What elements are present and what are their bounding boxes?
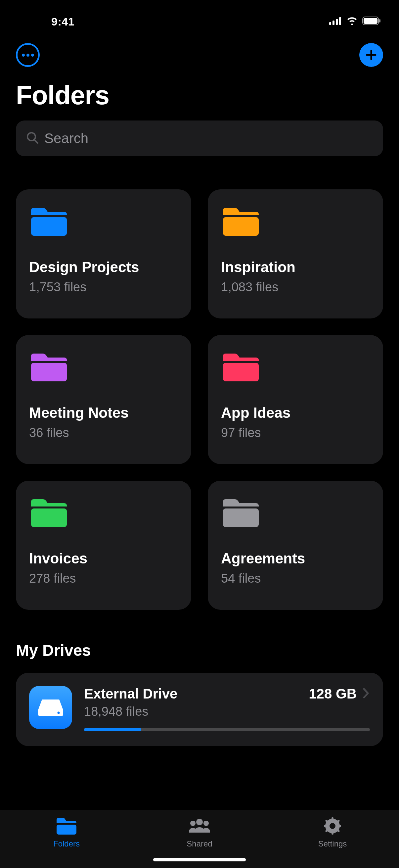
folder-name: Meeting Notes	[29, 405, 178, 421]
folder-count: 1,083 files	[221, 280, 370, 294]
tab-label: Folders	[53, 839, 80, 848]
more-button[interactable]	[16, 43, 40, 67]
svg-rect-6	[379, 19, 380, 23]
drive-name: External Drive	[84, 686, 177, 702]
search-placeholder: Search	[44, 130, 88, 146]
header-actions	[0, 33, 399, 67]
drive-files-count: 18,948 files	[84, 705, 370, 719]
tab-bar: Folders Shared Settings	[0, 810, 399, 868]
svg-rect-15	[57, 825, 76, 835]
drives-section-title: My Drives	[0, 610, 399, 673]
drive-info: External Drive 128 GB 18,948 files	[84, 686, 370, 731]
folder-count: 278 files	[29, 571, 178, 586]
battery-icon	[362, 17, 381, 27]
tab-folders[interactable]: Folders	[27, 817, 106, 848]
svg-point-14	[58, 712, 60, 714]
drive-badge	[29, 686, 72, 729]
folder-card[interactable]: Inspiration 1,083 files	[208, 189, 383, 318]
status-icons	[329, 17, 381, 27]
status-time: 9:41	[51, 15, 74, 28]
folder-icon	[29, 206, 69, 237]
svg-rect-5	[364, 18, 377, 24]
drive-usage-fill	[84, 728, 141, 731]
drive-card[interactable]: External Drive 128 GB 18,948 files	[16, 673, 383, 746]
tab-label: Settings	[318, 839, 347, 848]
svg-rect-11	[223, 363, 259, 381]
search-icon	[26, 131, 39, 146]
svg-rect-12	[31, 508, 67, 527]
svg-rect-3	[339, 17, 341, 25]
folder-name: Invoices	[29, 550, 178, 567]
cellular-icon	[329, 17, 342, 26]
folder-card[interactable]: Invoices 278 files	[16, 481, 191, 610]
folder-name: Design Projects	[29, 259, 178, 275]
drive-capacity: 128 GB	[309, 686, 357, 702]
svg-rect-21	[332, 817, 333, 821]
folder-icon	[221, 206, 261, 237]
folder-card[interactable]: Meeting Notes 36 files	[16, 335, 191, 464]
svg-point-18	[203, 821, 209, 826]
svg-rect-10	[31, 363, 67, 381]
folder-name: Agreements	[221, 550, 370, 567]
folder-icon	[221, 497, 261, 529]
tab-label: Shared	[187, 839, 212, 848]
folder-grid: Design Projects 1,753 files Inspiration …	[0, 156, 399, 610]
home-indicator[interactable]	[153, 858, 246, 861]
drive-icon	[37, 698, 64, 717]
svg-rect-22	[332, 831, 333, 835]
folder-count: 1,753 files	[29, 280, 178, 294]
folder-icon	[55, 817, 78, 837]
chevron-right-icon	[363, 688, 370, 700]
folder-card[interactable]: App Ideas 97 files	[208, 335, 383, 464]
svg-point-20	[330, 823, 335, 829]
drive-usage-bar	[84, 728, 370, 731]
tab-shared[interactable]: Shared	[160, 817, 239, 848]
folder-count: 54 files	[221, 571, 370, 586]
folder-name: App Ideas	[221, 405, 370, 421]
folder-card[interactable]: Design Projects 1,753 files	[16, 189, 191, 318]
plus-icon	[365, 49, 377, 61]
ellipsis-icon	[22, 54, 25, 57]
svg-rect-13	[223, 508, 259, 527]
tab-settings[interactable]: Settings	[293, 817, 372, 848]
folder-card[interactable]: Agreements 54 files	[208, 481, 383, 610]
svg-rect-1	[333, 21, 334, 25]
folder-icon	[29, 497, 69, 529]
add-button[interactable]	[359, 43, 383, 67]
folder-count: 97 files	[221, 426, 370, 440]
svg-rect-24	[338, 825, 341, 827]
search-input[interactable]: Search	[16, 121, 383, 156]
svg-point-16	[196, 819, 203, 825]
svg-point-17	[190, 821, 196, 826]
folder-count: 36 files	[29, 426, 178, 440]
svg-rect-9	[223, 217, 259, 236]
status-bar: 9:41	[0, 0, 399, 33]
svg-rect-8	[31, 217, 67, 236]
people-icon	[188, 817, 211, 837]
svg-rect-2	[336, 19, 338, 25]
folder-name: Inspiration	[221, 259, 370, 275]
page-title: Folders	[0, 67, 399, 121]
gear-icon	[321, 817, 344, 837]
svg-rect-0	[329, 22, 331, 25]
svg-rect-23	[324, 825, 327, 827]
folder-icon	[221, 351, 261, 383]
folder-icon	[29, 351, 69, 383]
wifi-icon	[346, 17, 358, 26]
